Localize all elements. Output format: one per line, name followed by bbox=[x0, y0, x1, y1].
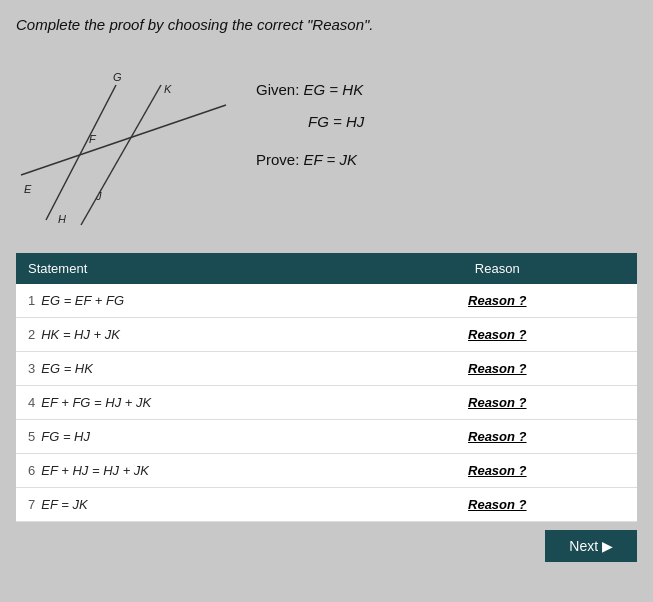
given-eq1: EG = HK bbox=[304, 81, 364, 98]
table-row: 6EF + HJ = HJ + JKReason ? bbox=[16, 454, 637, 488]
reason-cell[interactable]: Reason ? bbox=[358, 488, 637, 522]
svg-text:F: F bbox=[89, 133, 97, 145]
svg-text:G: G bbox=[113, 71, 122, 83]
reason-cell[interactable]: Reason ? bbox=[358, 454, 637, 488]
row-number: 1 bbox=[28, 293, 35, 308]
statement-cell: 3EG = HK bbox=[16, 352, 358, 386]
reason-cell[interactable]: Reason ? bbox=[358, 420, 637, 454]
reason-cell[interactable]: Reason ? bbox=[358, 284, 637, 318]
reason-link[interactable]: Reason ? bbox=[468, 395, 527, 410]
row-number: 6 bbox=[28, 463, 35, 478]
svg-line-0 bbox=[46, 85, 116, 220]
statement-text: EG = EF + FG bbox=[41, 293, 124, 308]
table-row: 5FG = HJReason ? bbox=[16, 420, 637, 454]
diagram-area: G K F J E H bbox=[16, 45, 236, 235]
given-eq2: FG = HJ bbox=[308, 113, 364, 130]
col-header-statement: Statement bbox=[16, 253, 358, 284]
svg-line-1 bbox=[81, 85, 161, 225]
bottom-btn-area: Next ▶ bbox=[16, 530, 637, 562]
row-number: 7 bbox=[28, 497, 35, 512]
svg-text:J: J bbox=[95, 190, 102, 202]
table-row: 4EF + FG = HJ + JKReason ? bbox=[16, 386, 637, 420]
table-row: 1EG = EF + FGReason ? bbox=[16, 284, 637, 318]
reason-link[interactable]: Reason ? bbox=[468, 327, 527, 342]
reason-link[interactable]: Reason ? bbox=[468, 361, 527, 376]
statement-text: EF + FG = HJ + JK bbox=[41, 395, 151, 410]
statement-text: EF + HJ = HJ + JK bbox=[41, 463, 149, 478]
instruction-text: Complete the proof by choosing the corre… bbox=[16, 16, 637, 33]
reason-link[interactable]: Reason ? bbox=[468, 429, 527, 444]
prove-eq: EF = JK bbox=[304, 151, 358, 168]
statement-cell: 4EF + FG = HJ + JK bbox=[16, 386, 358, 420]
col-header-reason: Reason bbox=[358, 253, 637, 284]
reason-cell[interactable]: Reason ? bbox=[358, 386, 637, 420]
table-header-row: Statement Reason bbox=[16, 253, 637, 284]
table-row: 2HK = HJ + JKReason ? bbox=[16, 318, 637, 352]
prove-label: Prove: bbox=[256, 151, 299, 168]
statement-cell: 2HK = HJ + JK bbox=[16, 318, 358, 352]
reason-cell[interactable]: Reason ? bbox=[358, 352, 637, 386]
reason-cell[interactable]: Reason ? bbox=[358, 318, 637, 352]
row-number: 2 bbox=[28, 327, 35, 342]
reason-link[interactable]: Reason ? bbox=[468, 293, 527, 308]
next-button[interactable]: Next ▶ bbox=[545, 530, 637, 562]
given-section: Given: EG = HK FG = HJ Prove: EF = JK bbox=[236, 45, 637, 177]
svg-text:E: E bbox=[24, 183, 32, 195]
svg-text:K: K bbox=[164, 83, 172, 95]
statement-cell: 1EG = EF + FG bbox=[16, 284, 358, 318]
reason-link[interactable]: Reason ? bbox=[468, 463, 527, 478]
row-number: 3 bbox=[28, 361, 35, 376]
statement-cell: 7EF = JK bbox=[16, 488, 358, 522]
statement-text: EF = JK bbox=[41, 497, 87, 512]
reason-link[interactable]: Reason ? bbox=[468, 497, 527, 512]
row-number: 5 bbox=[28, 429, 35, 444]
given-label: Given: bbox=[256, 81, 299, 98]
svg-text:H: H bbox=[58, 213, 66, 225]
svg-line-2 bbox=[21, 105, 226, 175]
row-number: 4 bbox=[28, 395, 35, 410]
statement-text: HK = HJ + JK bbox=[41, 327, 120, 342]
statement-text: FG = HJ bbox=[41, 429, 90, 444]
table-row: 3EG = HKReason ? bbox=[16, 352, 637, 386]
geometry-diagram: G K F J E H bbox=[16, 45, 236, 235]
statement-text: EG = HK bbox=[41, 361, 93, 376]
statement-cell: 6EF + HJ = HJ + JK bbox=[16, 454, 358, 488]
proof-table: Statement Reason 1EG = EF + FGReason ?2H… bbox=[16, 253, 637, 522]
statement-cell: 5FG = HJ bbox=[16, 420, 358, 454]
top-section: G K F J E H Given: EG = HK FG = HJ Prove… bbox=[16, 45, 637, 235]
table-row: 7EF = JKReason ? bbox=[16, 488, 637, 522]
